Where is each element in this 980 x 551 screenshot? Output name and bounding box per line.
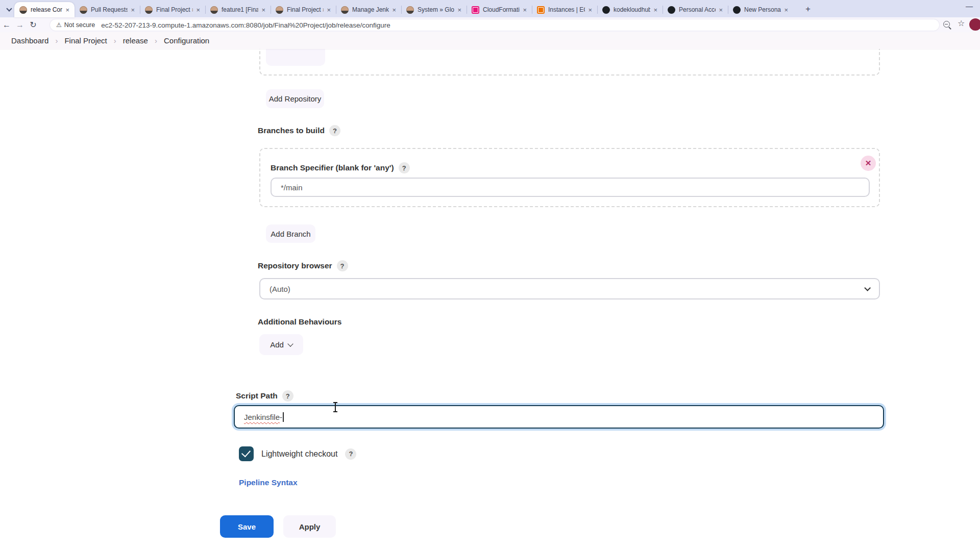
tab-title: CloudFormation - Sta: [483, 6, 520, 13]
tab-release-config[interactable]: release Config [Jenkins ×: [14, 2, 75, 17]
address-bar[interactable]: ⚠ Not secure ec2-52-207-213-9.compute-1.…: [50, 19, 939, 31]
additional-behaviours-label: Additional Behaviours: [258, 317, 342, 327]
tab-kodekloudhub[interactable]: kodekloudhub/course ×: [597, 2, 663, 17]
tab-close-icon[interactable]: ×: [130, 6, 136, 14]
tab-close-icon[interactable]: ×: [652, 6, 658, 14]
tab-personal-access-tokens[interactable]: Personal Access Toke ×: [663, 2, 728, 17]
help-icon[interactable]: ?: [337, 260, 348, 271]
tab-title: Instances | EC2 | us-ea: [548, 6, 585, 13]
tab-close-icon[interactable]: ×: [456, 6, 462, 14]
delete-branch-button[interactable]: ✕: [861, 156, 876, 171]
bookmark-star-icon[interactable]: ☆: [958, 18, 965, 28]
repository-section-box: [259, 48, 880, 76]
add-branch-button[interactable]: Add Branch: [266, 224, 315, 243]
pipeline-syntax-link[interactable]: Pipeline Syntax: [239, 478, 298, 487]
tabs-container: release Config [Jenkins × Pull Requests …: [14, 0, 793, 17]
profile-avatar[interactable]: [969, 18, 980, 31]
window-minimize-button[interactable]: —: [966, 2, 973, 10]
repository-browser-select[interactable]: (Auto): [259, 278, 880, 299]
branch-section-box: Branch Specifier (blank for 'any') ?: [259, 148, 880, 207]
chevron-down-icon: [864, 285, 871, 291]
tab-close-icon[interactable]: ×: [522, 6, 528, 14]
repository-browser-value: (Auto): [270, 285, 290, 293]
add-repository-button[interactable]: Add Repository: [266, 89, 324, 108]
tab-title: System » Global crede: [418, 6, 454, 13]
jenkins-favicon: [145, 6, 153, 14]
script-path-input[interactable]: Jenkinsfile-: [234, 405, 884, 429]
lightweight-checkout-row: Lightweight checkout ?: [239, 446, 356, 461]
save-button[interactable]: Save: [220, 515, 274, 538]
ibeam-cursor: [335, 403, 336, 411]
tab-cloudformation[interactable]: CloudFormation - Sta ×: [467, 2, 532, 17]
tab-title: kodekloudhub/course: [614, 6, 650, 13]
breadcrumb: Dashboard › Final Project › release › Co…: [0, 32, 980, 49]
browser-tab-strip: release Config [Jenkins × Pull Requests …: [0, 0, 980, 17]
help-icon[interactable]: ?: [282, 390, 293, 402]
reload-icon[interactable]: ↻: [27, 20, 40, 30]
tab-title: Final Project » Code-C: [156, 6, 193, 13]
tab-close-icon[interactable]: ×: [260, 6, 266, 14]
url-text[interactable]: ec2-52-207-213-9.compute-1.amazonaws.com…: [101, 21, 390, 29]
tab-close-icon[interactable]: ×: [391, 6, 397, 14]
text-caret: [283, 412, 284, 422]
jenkins-favicon: [406, 6, 414, 14]
tab-final-project-code-2[interactable]: Final Project » Code-C ×: [271, 2, 336, 17]
help-icon[interactable]: ?: [399, 162, 410, 173]
github-favicon: [668, 6, 675, 14]
zoom-out-icon[interactable]: [943, 21, 950, 28]
github-favicon: [733, 6, 741, 14]
tab-close-icon[interactable]: ×: [587, 6, 593, 14]
tab-title: Personal Access Toke: [679, 6, 716, 13]
jenkins-favicon: [19, 6, 27, 14]
partial-hidden-button[interactable]: [266, 48, 325, 66]
help-icon[interactable]: ?: [345, 448, 356, 460]
jenkins-favicon: [210, 6, 218, 14]
tab-system-credentials[interactable]: System » Global crede ×: [401, 2, 467, 17]
help-icon[interactable]: ?: [329, 125, 340, 136]
tab-title: Pull Requests (1) [Fina: [91, 6, 128, 13]
new-tab-button[interactable]: +: [802, 4, 814, 15]
chevron-down-icon: [6, 6, 12, 11]
browser-toolbar: ← → ↻ ⚠ Not secure ec2-52-207-213-9.comp…: [0, 17, 980, 32]
script-path-value: Jenkinsfile: [244, 413, 280, 421]
forward-icon[interactable]: →: [13, 20, 27, 30]
tab-search-button[interactable]: [4, 4, 14, 14]
tab-feature1[interactable]: feature1 [Final Project ×: [205, 2, 271, 17]
breadcrumb-final-project[interactable]: Final Project: [64, 36, 107, 45]
branch-specifier-input[interactable]: [271, 178, 870, 197]
tab-ec2-instances[interactable]: Instances | EC2 | us-ea ×: [532, 2, 597, 17]
tab-title: feature1 [Final Project: [222, 6, 258, 13]
ec2-favicon: [537, 6, 545, 14]
cloudformation-favicon: [472, 6, 479, 14]
apply-button[interactable]: Apply: [283, 515, 336, 538]
breadcrumb-separator: ›: [155, 36, 157, 45]
jenkins-favicon: [341, 6, 349, 14]
not-secure-label[interactable]: Not secure: [64, 21, 95, 29]
chevron-down-icon: [287, 341, 293, 346]
tab-close-icon[interactable]: ×: [326, 6, 332, 14]
repository-browser-label: Repository browser: [258, 261, 332, 270]
tab-title: New Personal Access: [744, 6, 781, 13]
jenkins-favicon: [276, 6, 283, 14]
breadcrumb-separator: ›: [114, 36, 116, 45]
tab-new-personal-access-token[interactable]: New Personal Access ×: [728, 2, 793, 17]
back-icon[interactable]: ←: [0, 20, 13, 30]
tab-close-icon[interactable]: ×: [64, 6, 70, 14]
script-path-suffix: -: [280, 413, 282, 421]
lightweight-checkout-label: Lightweight checkout: [261, 449, 337, 459]
lightweight-checkout-checkbox[interactable]: [239, 446, 254, 461]
tab-close-icon[interactable]: ×: [195, 6, 201, 14]
tab-final-project-code[interactable]: Final Project » Code-C ×: [140, 2, 205, 17]
breadcrumb-dashboard[interactable]: Dashboard: [11, 36, 48, 45]
branches-to-build-label: Branches to build: [258, 126, 325, 135]
tab-pull-requests[interactable]: Pull Requests (1) [Fina ×: [75, 2, 140, 17]
tab-title: release Config [Jenkins: [31, 6, 62, 13]
tab-close-icon[interactable]: ×: [783, 6, 789, 14]
tab-close-icon[interactable]: ×: [718, 6, 724, 14]
script-path-label: Script Path: [236, 391, 278, 400]
breadcrumb-release[interactable]: release: [123, 36, 148, 45]
add-behaviour-button[interactable]: Add: [259, 334, 303, 355]
warning-icon: ⚠: [56, 21, 62, 29]
tab-manage-jenkins[interactable]: Manage Jenkins [Jenki ×: [336, 2, 401, 17]
add-behaviour-label: Add: [270, 340, 284, 349]
